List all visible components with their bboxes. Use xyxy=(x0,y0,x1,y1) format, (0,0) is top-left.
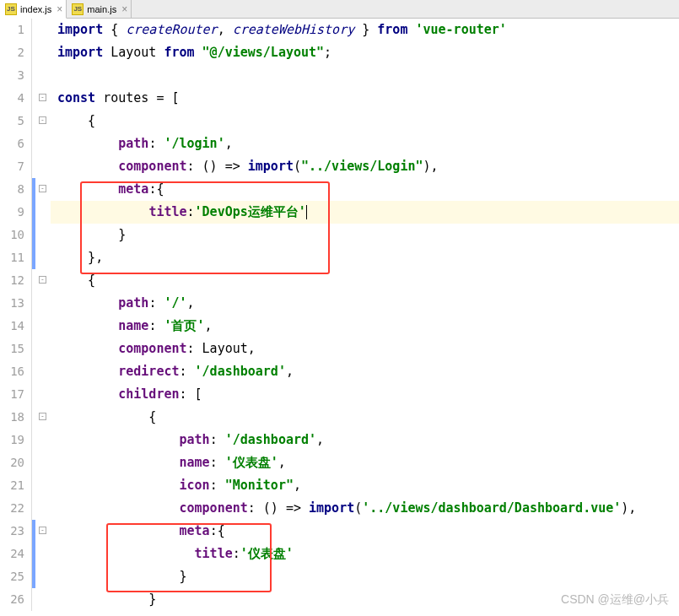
text-cursor xyxy=(306,205,307,219)
tab-label: main.js xyxy=(87,4,116,14)
fold-toggle-icon[interactable]: - xyxy=(39,94,46,101)
fold-toggle-icon[interactable]: - xyxy=(39,527,46,534)
fold-toggle-icon[interactable]: - xyxy=(39,185,46,192)
fold-column: - - - - - - xyxy=(37,19,51,611)
code-area[interactable]: import { createRouter, createWebHistory … xyxy=(51,19,679,611)
line-number-gutter: 123 456 789 101112 131415 161718 192021 … xyxy=(0,19,32,611)
close-icon[interactable]: × xyxy=(121,3,127,15)
fold-toggle-icon[interactable]: - xyxy=(39,276,46,284)
fold-toggle-icon[interactable]: - xyxy=(39,116,46,124)
tab-index-js[interactable]: JS index.js × xyxy=(0,0,67,19)
code-editor[interactable]: 123 456 789 101112 131415 161718 192021 … xyxy=(0,19,679,611)
js-file-icon: JS xyxy=(72,3,84,15)
fold-toggle-icon[interactable]: - xyxy=(39,413,46,420)
tab-main-js[interactable]: JS main.js × xyxy=(67,0,132,18)
js-file-icon: JS xyxy=(5,3,17,15)
watermark-text: CSDN @运维@小兵 xyxy=(561,592,669,608)
close-icon[interactable]: × xyxy=(57,3,62,15)
editor-tabs: JS index.js × JS main.js × xyxy=(0,0,679,19)
tab-label: index.js xyxy=(20,4,51,14)
